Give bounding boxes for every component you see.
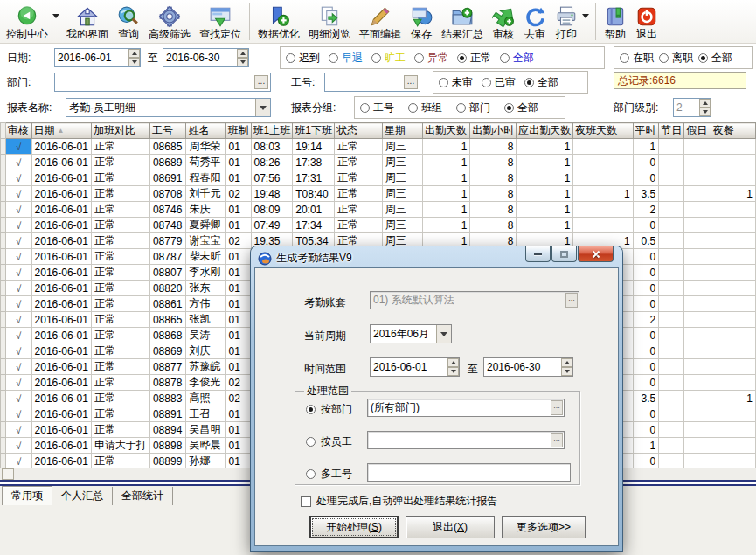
cell[interactable]: 01 [225, 218, 251, 233]
cell[interactable] [684, 406, 711, 422]
scope-by-dept-radio[interactable]: 按部门 [306, 402, 352, 417]
cell[interactable]: 2016-06-01 [31, 233, 91, 249]
cell[interactable]: 2016-06-01 [31, 265, 91, 281]
cell[interactable]: √ [5, 438, 31, 454]
cell[interactable]: 08685 [149, 139, 186, 155]
column-header[interactable]: 夜餐 [711, 123, 755, 139]
spin-down-icon[interactable] [237, 58, 248, 66]
toolbar-query-button[interactable]: 查询 [113, 1, 144, 43]
cell[interactable] [684, 312, 711, 328]
control-center-dropdown[interactable] [52, 1, 62, 43]
cell[interactable]: 02 [225, 186, 251, 202]
toolbar-exit-button[interactable]: 退出 [631, 1, 662, 43]
radio-option[interactable]: 离职 [659, 51, 693, 66]
cell[interactable] [659, 343, 684, 359]
cell[interactable]: 李水刚 [186, 265, 225, 281]
cell[interactable] [711, 249, 755, 265]
cell[interactable]: 2016-06-01 [31, 139, 91, 155]
cell[interactable]: 正常 [91, 422, 149, 438]
cell[interactable]: 1 [422, 155, 469, 170]
cell[interactable]: 08779 [149, 233, 186, 249]
column-header[interactable]: 姓名 [186, 123, 225, 139]
cell[interactable]: 08748 [149, 218, 186, 233]
radio-option[interactable]: 在职 [620, 51, 654, 66]
cell[interactable] [659, 422, 684, 438]
cell[interactable]: 周三 [382, 139, 422, 155]
cell[interactable]: 3.5 [633, 186, 659, 202]
cell[interactable] [573, 139, 633, 155]
cell[interactable]: 01 [225, 438, 251, 454]
cell[interactable] [684, 233, 711, 249]
radio-option[interactable]: 迟到 [286, 51, 320, 66]
cell[interactable]: √ [5, 406, 31, 422]
table-row[interactable]: √2016-06-01正常08685周华荣0108:0319:14正常周三181… [1, 139, 756, 155]
minimize-button[interactable] [525, 246, 551, 262]
cell[interactable]: 01 [225, 139, 251, 155]
radio-option[interactable]: 工号 [360, 101, 394, 115]
cell[interactable]: 1 [422, 170, 469, 186]
column-header[interactable]: 日期▲ [31, 123, 91, 139]
cell[interactable]: 20:01 [293, 202, 335, 218]
cell[interactable]: 1 [517, 218, 573, 233]
cell[interactable]: 01 [225, 170, 251, 186]
cell[interactable]: 1 [422, 186, 469, 202]
table-row[interactable]: √2016-06-01正常08691程春阳0107:5617:31正常周三181… [1, 170, 756, 186]
spin-up-icon[interactable] [237, 49, 248, 58]
radio-option[interactable]: 已审 [482, 75, 516, 90]
account-browse-button[interactable]: ... [565, 293, 578, 308]
cell[interactable]: √ [5, 155, 31, 170]
cell[interactable]: 07:56 [251, 170, 293, 186]
cell[interactable]: 正常 [91, 249, 149, 265]
cell[interactable]: 1 [422, 202, 469, 218]
cell[interactable]: 2016-06-01 [31, 249, 91, 265]
cell[interactable]: 2016-06-01 [31, 422, 91, 438]
cell[interactable]: √ [5, 312, 31, 328]
cell[interactable]: 2 [633, 312, 659, 328]
cell[interactable]: 1 [517, 186, 573, 202]
cell[interactable]: 1 [711, 391, 755, 406]
column-header[interactable]: 星期 [382, 123, 422, 139]
cell[interactable] [711, 139, 755, 155]
cell[interactable]: 01 [225, 343, 251, 359]
cell[interactable]: 1 [517, 139, 573, 155]
cell[interactable]: 正常 [91, 454, 149, 469]
cell[interactable] [684, 139, 711, 155]
cell[interactable] [659, 139, 684, 155]
radio-option[interactable]: 班组 [408, 101, 442, 115]
cell[interactable]: 苟秀平 [186, 155, 225, 170]
cell[interactable] [659, 406, 684, 422]
toolbar-result-summary-button[interactable]: 结果汇总 [437, 1, 488, 43]
cell[interactable]: 01 [225, 265, 251, 281]
column-header[interactable]: 应出勤天数 [517, 123, 573, 139]
toolbar-find-locate-button[interactable]: 查找定位 [195, 1, 246, 43]
date-to-spinner[interactable]: 2016-06-30 [163, 48, 249, 67]
cell[interactable]: 01 [225, 406, 251, 422]
cell[interactable] [711, 312, 755, 328]
cell[interactable]: 01 [225, 422, 251, 438]
cell[interactable]: 0 [633, 249, 659, 265]
cell[interactable]: 正常 [91, 155, 149, 170]
cell[interactable] [659, 202, 684, 218]
cell[interactable]: 正常 [335, 139, 383, 155]
radio-option[interactable]: 部门 [456, 101, 490, 115]
cell[interactable]: 08691 [149, 170, 186, 186]
cell[interactable]: 正常 [91, 170, 149, 186]
cell[interactable]: 1 [573, 186, 633, 202]
cell[interactable]: 08861 [149, 296, 186, 312]
column-header[interactable]: 工号 [149, 123, 186, 139]
cell[interactable]: 1 [633, 438, 659, 454]
cell[interactable]: 正常 [335, 202, 383, 218]
radio-option[interactable]: 早退 [329, 51, 363, 66]
cell[interactable]: 01 [225, 281, 251, 296]
cell[interactable] [659, 155, 684, 170]
tab-all-statistics[interactable]: 全部统计 [113, 487, 173, 505]
toolbar-print-button[interactable]: 打印 [551, 1, 582, 43]
cell[interactable]: 0 [633, 155, 659, 170]
cell[interactable]: 0 [633, 375, 659, 391]
scope-dept-field[interactable]: (所有部门) ... [367, 399, 565, 417]
cell[interactable]: 0 [633, 265, 659, 281]
column-header[interactable]: 平时 [633, 123, 659, 139]
cell[interactable] [711, 359, 755, 375]
cell[interactable]: 2016-06-01 [31, 406, 91, 422]
cell[interactable] [659, 391, 684, 406]
